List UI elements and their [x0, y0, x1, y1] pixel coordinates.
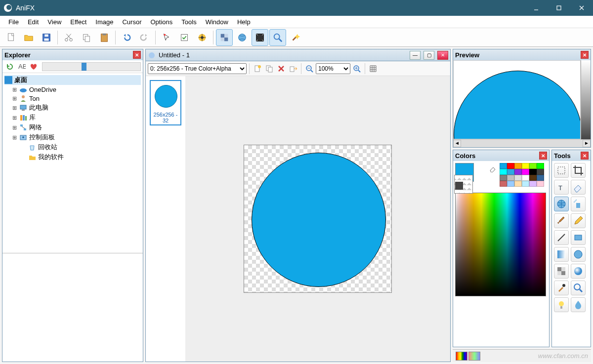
- tool-pen[interactable]: [571, 213, 586, 228]
- menu-edit[interactable]: Edit: [23, 17, 43, 27]
- tool-text[interactable]: T: [554, 180, 569, 195]
- tree-node-network[interactable]: ⊞网络: [4, 122, 141, 132]
- tree-node-library[interactable]: ⊞库: [4, 113, 141, 122]
- cut-button[interactable]: [60, 29, 77, 46]
- palette-color[interactable]: [537, 181, 544, 187]
- favorite-button[interactable]: [28, 61, 39, 72]
- color-palette[interactable]: [500, 163, 544, 187]
- palette-color[interactable]: [507, 163, 514, 169]
- expand-icon[interactable]: ⊞: [11, 95, 17, 102]
- menu-image[interactable]: Image: [91, 17, 118, 27]
- doc-delete-button[interactable]: [276, 63, 287, 74]
- minimize-button[interactable]: [525, 0, 548, 16]
- palette-color[interactable]: [507, 175, 514, 181]
- tool-sphere[interactable]: [571, 264, 586, 279]
- tool-crop[interactable]: [571, 163, 586, 178]
- tool-select-rect[interactable]: [554, 163, 569, 178]
- tool-line[interactable]: [554, 230, 569, 245]
- menu-file[interactable]: File: [4, 17, 23, 27]
- scroll-right-button[interactable]: ►: [583, 140, 591, 147]
- expand-icon[interactable]: ⊞: [11, 134, 17, 141]
- pointer-button[interactable]: [158, 29, 175, 46]
- palette-color[interactable]: [514, 169, 522, 175]
- palette-color[interactable]: [500, 175, 507, 181]
- menu-cursor[interactable]: Cursor: [118, 17, 146, 27]
- palette-color[interactable]: [522, 175, 529, 181]
- undo-button[interactable]: [118, 29, 135, 46]
- gradient-swatch-1[interactable]: [456, 352, 467, 361]
- doc-dup-button[interactable]: [264, 63, 275, 74]
- expand-icon[interactable]: ⊞: [11, 124, 17, 131]
- canvas[interactable]: [244, 145, 392, 293]
- palette-color[interactable]: [514, 163, 522, 169]
- swap-colors-button[interactable]: [455, 182, 463, 190]
- refresh-button[interactable]: [4, 61, 15, 72]
- menu-help[interactable]: Help: [233, 17, 255, 27]
- tools-close-button[interactable]: ✕: [581, 152, 589, 160]
- maximize-button[interactable]: [548, 0, 570, 16]
- palette-color[interactable]: [514, 181, 522, 187]
- format-select[interactable]: 0: 256x256 - True Color+Alpha: [148, 63, 247, 74]
- close-button[interactable]: [570, 0, 593, 16]
- checker-button[interactable]: [216, 29, 233, 46]
- palette-color[interactable]: [529, 169, 537, 175]
- copy-button[interactable]: [78, 29, 95, 46]
- zoom-select[interactable]: 100%: [316, 63, 350, 74]
- tool-globe[interactable]: [554, 197, 569, 211]
- rename-button[interactable]: ABC: [16, 61, 27, 72]
- palette-color[interactable]: [500, 169, 507, 175]
- zoom-in-button[interactable]: [351, 63, 362, 74]
- tree-node-user[interactable]: ⊞Ton: [4, 94, 141, 103]
- tool-zoom[interactable]: [571, 281, 586, 295]
- menu-effect[interactable]: Effect: [66, 17, 91, 27]
- expand-icon[interactable]: ⊞: [11, 105, 17, 111]
- zoom-out-button[interactable]: [304, 63, 315, 74]
- menu-view[interactable]: View: [43, 17, 66, 27]
- tool-drop[interactable]: [571, 297, 586, 312]
- palette-color[interactable]: [514, 175, 522, 181]
- explorer-close-button[interactable]: ✕: [133, 51, 141, 59]
- palette-color[interactable]: [522, 181, 529, 187]
- doc-new-button[interactable]: [252, 63, 263, 74]
- tool-spray[interactable]: [571, 197, 586, 211]
- palette-color[interactable]: [537, 163, 544, 169]
- doc-minimize-button[interactable]: —: [410, 51, 421, 60]
- scroll-left-button[interactable]: ◄: [453, 140, 461, 147]
- menu-window[interactable]: Window: [201, 17, 233, 27]
- doc-export-button[interactable]: [288, 63, 298, 74]
- tool-checker[interactable]: [554, 264, 569, 279]
- tree-node-computer[interactable]: ⊞此电脑: [4, 103, 141, 113]
- palette-color[interactable]: [500, 181, 507, 187]
- open-file-button[interactable]: [20, 29, 37, 46]
- tree-node-onedrive[interactable]: ⊞OneDrive: [4, 85, 141, 94]
- thumbnail[interactable]: 256x256 - 32: [150, 80, 181, 125]
- new-file-button[interactable]: [2, 29, 19, 46]
- palette-color[interactable]: [529, 163, 537, 169]
- tree-node-recycle[interactable]: 回收站: [4, 142, 141, 152]
- eraser-icon[interactable]: [487, 163, 498, 174]
- menu-tools[interactable]: Tools: [177, 17, 201, 27]
- palette-color[interactable]: [529, 175, 537, 181]
- globe-button[interactable]: [234, 29, 251, 46]
- palette-color[interactable]: [522, 169, 529, 175]
- preview-scrollbar[interactable]: ◄ ►: [453, 139, 591, 147]
- paste-button[interactable]: [96, 29, 113, 46]
- document-titlebar[interactable]: Untitled - 1 — ▢ ✕: [146, 49, 450, 61]
- palette-color[interactable]: [507, 181, 514, 187]
- tool-light[interactable]: [554, 297, 569, 312]
- gradient-swatch-2[interactable]: [468, 352, 480, 361]
- doc-maximize-button[interactable]: ▢: [424, 51, 434, 60]
- tool-circle[interactable]: [571, 247, 586, 262]
- preview-grayscale-bar[interactable]: [581, 60, 591, 139]
- palette-color[interactable]: [500, 163, 507, 169]
- palette-color[interactable]: [537, 169, 544, 175]
- thumbnail-size-slider[interactable]: [42, 62, 141, 71]
- palette-color[interactable]: [507, 169, 514, 175]
- tool-eraser[interactable]: [571, 180, 586, 195]
- tool-rect[interactable]: [571, 230, 586, 245]
- redo-button[interactable]: [136, 29, 153, 46]
- palette-color[interactable]: [537, 175, 544, 181]
- menu-options[interactable]: Options: [146, 17, 177, 27]
- tree-root[interactable]: 桌面: [4, 75, 141, 85]
- tool-brush[interactable]: [554, 213, 569, 228]
